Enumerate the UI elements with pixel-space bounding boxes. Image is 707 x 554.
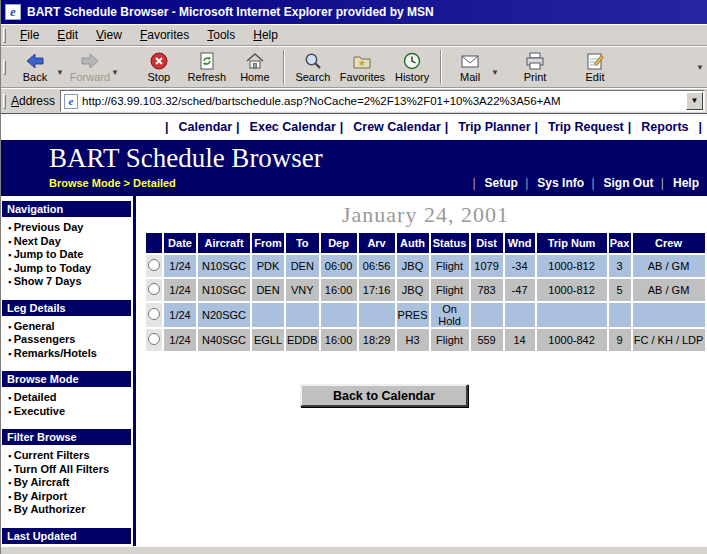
page-title: BART Schedule Browser	[49, 143, 323, 174]
ie-toolbar: Back ▼ Forward ▼ Stop Refresh Home Searc…	[1, 46, 707, 88]
refresh-button[interactable]: Refresh	[183, 48, 231, 86]
menu-edit[interactable]: Edit	[48, 26, 87, 44]
sidebar-item-by-airport[interactable]: By Airport	[1, 490, 133, 504]
cell-status: Flight	[431, 329, 469, 351]
sidebar-item-detailed[interactable]: Detailed	[1, 391, 133, 405]
nav-trip-planner[interactable]: Trip Planner	[445, 120, 531, 134]
menu-file[interactable]: File	[11, 26, 48, 44]
cell-auth: H3	[397, 329, 429, 351]
svg-text:★: ★	[358, 58, 366, 68]
edit-button[interactable]: Edit	[571, 48, 619, 86]
table-row: 1/24 N40SGC EGLL EDDB 16:00 18:29 H3 Fli…	[146, 329, 705, 351]
nav-trip-request[interactable]: Trip Request	[535, 120, 624, 134]
link-sign-out[interactable]: Sign Out	[591, 176, 653, 190]
sidebar-item-passengers[interactable]: Passengers	[1, 333, 133, 347]
col-wnd: Wnd	[505, 233, 535, 253]
sidebar-item-turn-off-all-filters[interactable]: Turn Off All Filters	[1, 463, 133, 477]
cell-dep: 16:00	[321, 279, 357, 301]
stop-label: Stop	[148, 71, 171, 83]
cell-trip-num: 1000-812	[537, 279, 607, 301]
sidebar-item-remarks-hotels[interactable]: Remarks/Hotels	[1, 347, 133, 361]
sidebar-item-show-7-days[interactable]: Show 7 Days	[1, 275, 133, 289]
breadcrumb: Browse Mode > Detailed	[49, 177, 176, 189]
cell-dep: 06:00	[321, 255, 357, 277]
sidebar-item-jump-to-today[interactable]: Jump to Today	[1, 262, 133, 276]
sidebar-item-current-filters[interactable]: Current Filters	[1, 449, 133, 463]
toolbar-separator	[440, 50, 442, 84]
cell-dist: 783	[471, 279, 503, 301]
sidebar-section-last-updated: Last Updated Feb 12, 2001 [Mon] 02:12 PM…	[1, 528, 133, 547]
cell-arv: 17:16	[359, 279, 395, 301]
cell-date: 1/24	[164, 329, 196, 351]
cell-aircraft: N40SGC	[198, 329, 250, 351]
sidebar-item-by-authorizer[interactable]: By Authorizer	[1, 503, 133, 517]
cell-wnd: 14	[505, 329, 535, 351]
cell-crew	[633, 303, 705, 327]
history-button[interactable]: History	[388, 48, 436, 86]
mail-dropdown-arrow[interactable]: ▼	[491, 68, 499, 77]
cell-pax: 5	[609, 279, 631, 301]
favorites-button[interactable]: ★ Favorites	[337, 48, 388, 86]
stop-button[interactable]: Stop	[135, 48, 183, 86]
refresh-icon	[197, 51, 217, 71]
sidebar-item-general[interactable]: General	[1, 320, 133, 334]
cell-auth: JBQ	[397, 255, 429, 277]
address-bar: Address e ▼	[1, 88, 707, 114]
sidebar-item-jump-to-date[interactable]: Jump to Date	[1, 248, 133, 262]
sidebar-item-executive[interactable]: Executive	[1, 405, 133, 419]
nav-reports[interactable]: Reports	[628, 120, 689, 134]
address-input[interactable]	[82, 95, 686, 107]
schedule-table: Date Aircraft From To Dep Arv Auth Statu…	[144, 231, 707, 353]
cell-to: DEN	[286, 255, 319, 277]
cell-aircraft: N10SGC	[198, 279, 250, 301]
link-sys-info[interactable]: Sys Info	[525, 176, 584, 190]
back-dropdown-arrow[interactable]: ▼	[56, 68, 64, 77]
nav-exec-calendar[interactable]: Exec Calendar	[236, 120, 336, 134]
edit-label: Edit	[586, 71, 605, 83]
address-dropdown-button[interactable]: ▼	[686, 92, 703, 110]
sidebar-item-by-aircraft[interactable]: By Aircraft	[1, 476, 133, 490]
cell-wnd	[505, 303, 535, 327]
menu-help[interactable]: Help	[244, 26, 287, 44]
search-button[interactable]: Search	[289, 48, 337, 86]
nav-calendar[interactable]: Calendar	[165, 120, 232, 134]
link-help[interactable]: Help	[661, 176, 699, 190]
print-icon	[525, 51, 545, 71]
col-auth: Auth	[397, 233, 429, 253]
top-nav: Calendar Exec Calendar Crew Calendar Tri…	[1, 114, 707, 140]
row-radio[interactable]	[148, 259, 160, 271]
toolbar-overflow-arrow[interactable]: ▼	[696, 63, 704, 72]
sidebar-header: Filter Browse	[2, 429, 131, 445]
row-radio[interactable]	[148, 283, 160, 295]
toolbar-grip[interactable]	[3, 60, 6, 75]
address-field[interactable]: e ▼	[60, 90, 705, 112]
home-button[interactable]: Home	[231, 48, 279, 86]
back-button[interactable]: Back	[11, 48, 59, 86]
main-content: January 24, 2001 Date Aircraft From To D…	[136, 196, 707, 546]
menu-tools[interactable]: Tools	[198, 26, 244, 44]
print-button[interactable]: Print	[511, 48, 559, 86]
table-row: 1/24 N10SGC DEN VNY 16:00 17:16 JBQ Flig…	[146, 279, 705, 301]
toolbar-grip[interactable]	[3, 28, 6, 43]
status-bar	[1, 546, 707, 554]
menu-view[interactable]: View	[87, 26, 131, 44]
cell-pax: 3	[609, 255, 631, 277]
menu-favorites[interactable]: Favorites	[131, 26, 198, 44]
toolbar-grip[interactable]	[3, 94, 6, 109]
nav-crew-calendar[interactable]: Crew Calendar	[340, 120, 441, 134]
row-radio[interactable]	[148, 333, 160, 345]
forward-dropdown-arrow[interactable]: ▼	[111, 68, 119, 77]
sidebar-header: Navigation	[2, 201, 131, 217]
back-to-calendar-button[interactable]: Back to Calendar	[300, 384, 468, 407]
cell-from	[252, 303, 284, 327]
back-label: Back	[23, 71, 47, 83]
row-radio[interactable]	[148, 308, 160, 320]
nav-trailing-pipe	[691, 120, 705, 134]
sidebar-item-previous-day[interactable]: Previous Day	[1, 221, 133, 235]
forward-button[interactable]: Forward	[66, 48, 114, 86]
sidebar-item-next-day[interactable]: Next Day	[1, 235, 133, 249]
mail-button[interactable]: Mail	[446, 48, 494, 86]
cell-to	[286, 303, 319, 327]
link-setup[interactable]: Setup	[472, 176, 517, 190]
forward-label: Forward	[70, 71, 110, 83]
